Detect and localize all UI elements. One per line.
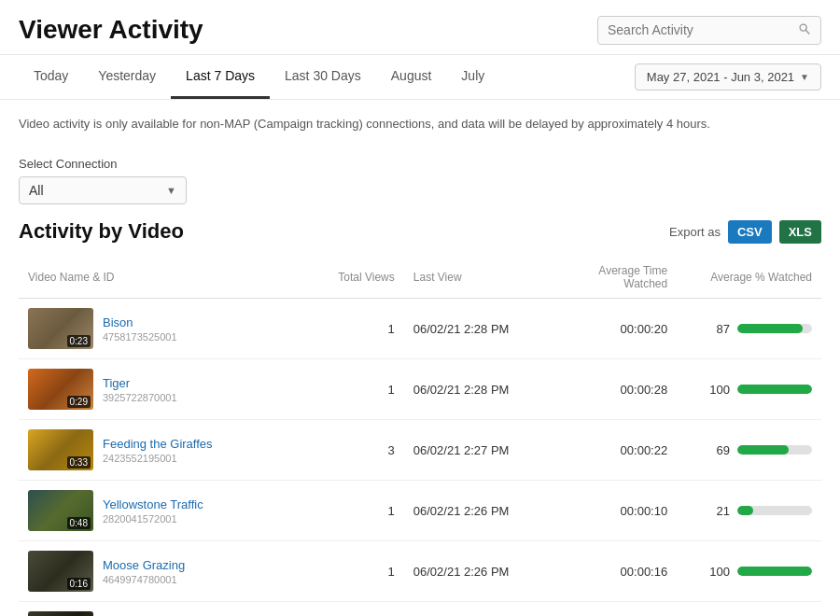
table-row: 0:29 Tiger 3925722870001 1 06/02/21 2:28…	[19, 359, 821, 420]
avg-pct-value: 87	[704, 322, 730, 336]
avg-time-watched: 00:00:20	[549, 299, 678, 359]
video-id: 3925722870001	[103, 392, 177, 403]
video-cell: 0:23 Bison 4758173525001	[19, 299, 324, 359]
avg-time-watched: 00:00:28	[549, 359, 678, 420]
avg-time-watched: 00:00:16	[549, 541, 678, 602]
last-view: 06/02/21 2:28 PM	[404, 299, 549, 359]
avg-pct-cell: 21	[677, 481, 821, 541]
tab-last30days[interactable]: Last 30 Days	[270, 55, 376, 99]
video-duration: 0:23	[67, 335, 91, 347]
table-row: 0:33 Feeding the Giraffes 2423552195001 …	[19, 420, 821, 481]
notice-text: Video activity is only available for non…	[19, 117, 821, 131]
avg-pct-value: 100	[704, 383, 730, 397]
total-views: 1	[324, 359, 404, 420]
avg-time-watched: 00:00:10	[549, 481, 678, 541]
avg-pct-cell: 100	[677, 541, 821, 602]
export-xls-button[interactable]: XLS	[779, 220, 821, 244]
tabs-container: Today Yesterday Last 7 Days Last 30 Days…	[19, 55, 499, 99]
last-view: 06/02/21 2:28 PM	[404, 359, 549, 420]
video-thumbnail: 0:16	[28, 551, 93, 592]
video-name[interactable]: Feeding the Giraffes	[103, 437, 213, 451]
total-views: 3	[324, 420, 404, 481]
activity-section: Activity by Video Export as CSV XLS Vide…	[0, 219, 840, 616]
total-views: 1	[324, 481, 404, 541]
activity-title: Activity by Video	[19, 219, 184, 244]
avg-pct-value: 69	[704, 443, 730, 457]
connection-section: Select Connection All ▼	[0, 147, 840, 219]
avg-pct-cell: 100	[677, 602, 821, 617]
video-info: Feeding the Giraffes 2423552195001	[103, 437, 213, 464]
progress-bar-background	[737, 567, 812, 576]
avg-pct-value: 21	[704, 504, 730, 518]
tab-august[interactable]: August	[376, 55, 447, 99]
date-range-picker[interactable]: May 27, 2021 - Jun 3, 2021 ▼	[635, 63, 821, 91]
video-name[interactable]: Tiger	[103, 376, 177, 390]
activity-table: Video Name & ID Total Views Last View Av…	[19, 257, 821, 616]
tab-yesterday[interactable]: Yesterday	[83, 55, 171, 99]
tab-last7days[interactable]: Last 7 Days	[171, 55, 270, 99]
search-input[interactable]	[608, 22, 794, 37]
export-csv-button[interactable]: CSV	[728, 220, 772, 244]
video-name[interactable]: Moose Grazing	[103, 558, 185, 572]
page-title: Viewer Activity	[19, 15, 203, 45]
last-view: 06/02/21 2:25 PM	[404, 602, 549, 617]
progress-bar-fill	[737, 324, 803, 333]
video-cell: 0:29 Tiger 3925722870001	[19, 359, 324, 420]
last-view: 06/02/21 2:26 PM	[404, 481, 549, 541]
video-thumbnail: 0:29	[28, 369, 93, 410]
tabs-bar: Today Yesterday Last 7 Days Last 30 Days…	[0, 55, 840, 100]
video-thumbnail: 0:05	[28, 611, 93, 616]
video-id: 4758173525001	[103, 331, 177, 343]
table-row: 0:16 Moose Grazing 4649974780001 1 06/02…	[19, 541, 821, 602]
video-name[interactable]: Bison	[103, 315, 177, 329]
progress-bar-background	[737, 385, 812, 394]
video-cell: 0:33 Feeding the Giraffes 2423552195001	[19, 420, 324, 481]
video-id: 4649974780001	[103, 574, 185, 585]
col-header-views: Total Views	[324, 257, 404, 299]
tab-july[interactable]: July	[446, 55, 499, 99]
search-icon	[798, 22, 811, 38]
table-row: 0:23 Bison 4758173525001 1 06/02/21 2:28…	[19, 299, 821, 359]
video-info: Tiger 3925722870001	[103, 376, 177, 403]
avg-pct-cell: 69	[677, 420, 821, 481]
table-row: 0:48 Yellowstone Traffic 2820041572001 1…	[19, 481, 821, 541]
video-name[interactable]: Yellowstone Traffic	[103, 497, 203, 511]
connection-label: Select Connection	[19, 157, 821, 171]
video-info: Yellowstone Traffic 2820041572001	[103, 497, 203, 525]
avg-pct-cell: 87	[677, 299, 821, 359]
video-thumbnail: 0:33	[28, 429, 93, 470]
progress-bar-background	[737, 506, 812, 515]
search-box[interactable]	[597, 16, 821, 45]
col-header-avgpct: Average % Watched	[677, 257, 821, 299]
table-header-row: Video Name & ID Total Views Last View Av…	[19, 257, 821, 299]
tab-today[interactable]: Today	[19, 55, 83, 99]
progress-bar-fill	[737, 506, 753, 515]
chevron-down-icon: ▼	[800, 72, 809, 82]
connection-chevron-icon: ▼	[166, 185, 176, 196]
total-views: 1	[324, 299, 404, 359]
date-range-text: May 27, 2021 - Jun 3, 2021	[647, 70, 794, 84]
video-id: 2820041572001	[103, 513, 203, 525]
col-header-avgtime: Average Time Watched	[549, 257, 678, 299]
video-duration: 0:48	[67, 517, 91, 529]
avg-time-watched: 00:00:22	[549, 420, 678, 481]
avg-time-watched: 00:00:05	[549, 602, 678, 617]
video-duration: 0:29	[67, 396, 91, 408]
last-view: 06/02/21 2:26 PM	[404, 541, 549, 602]
table-row: 0:05 Baby Chimp 5263118111001 1 06/02/21…	[19, 602, 821, 617]
video-thumbnail: 0:23	[28, 308, 93, 349]
connection-value: All	[29, 183, 166, 198]
video-duration: 0:33	[67, 456, 91, 469]
col-header-video: Video Name & ID	[19, 257, 324, 299]
last-view: 06/02/21 2:27 PM	[404, 420, 549, 481]
video-info: Bison 4758173525001	[103, 315, 177, 343]
video-duration: 0:16	[67, 578, 91, 590]
video-id: 2423552195001	[103, 453, 213, 464]
video-info: Moose Grazing 4649974780001	[103, 558, 185, 585]
video-cell: 0:05 Baby Chimp 5263118111001	[19, 602, 324, 617]
video-cell: 0:48 Yellowstone Traffic 2820041572001	[19, 481, 324, 541]
connection-dropdown[interactable]: All ▼	[19, 176, 187, 204]
progress-bar-fill	[737, 567, 812, 576]
activity-header: Activity by Video Export as CSV XLS	[19, 219, 821, 244]
video-thumbnail: 0:48	[28, 490, 93, 531]
